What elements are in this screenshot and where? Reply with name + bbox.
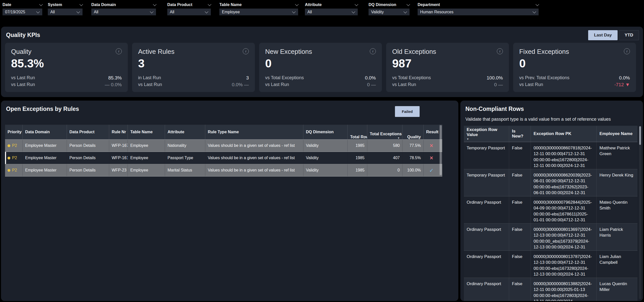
filter-data-domain: Data DomainAll — [91, 2, 156, 15]
info-icon[interactable]: i — [624, 48, 630, 54]
column-header-employee-name[interactable]: Employee Name — [597, 126, 637, 142]
column-header-data-domain[interactable]: Data Domain — [23, 125, 67, 139]
column-header-total-rows[interactable]: Total Rows — [348, 125, 367, 139]
chevron-down-icon[interactable] — [295, 3, 299, 6]
rules-table-row[interactable]: P2Employee MasterPerson DetailsWFP-161Em… — [5, 152, 442, 164]
filter-data-domain-dropdown[interactable]: All — [91, 9, 156, 15]
filter-attribute-dropdown[interactable]: All — [305, 9, 358, 15]
kpi-metric-label: vs Last Run — [392, 81, 416, 88]
filter-data-product-label: Data Product — [167, 3, 192, 7]
toggle-ytd[interactable]: YTD — [619, 30, 639, 40]
kpi-card-metrics: in Last Run3vs Last Run0.0% — — [138, 74, 249, 88]
total-exceptions-cell: 0 — [367, 164, 403, 176]
chevron-down-icon[interactable] — [39, 3, 43, 6]
kpi-metric-label: vs Last Run — [11, 81, 35, 88]
kpi-metric-row: vs Last Run0 — — [265, 81, 376, 88]
non-compliant-table-scrollbar[interactable] — [639, 126, 641, 299]
scrollbar-thumb[interactable] — [440, 125, 442, 175]
filter-data-domain-value: All — [94, 10, 98, 14]
column-header-label: Is New? — [512, 129, 528, 139]
failed-filter-button[interactable]: Failed — [395, 106, 420, 117]
kpi-metric-value: 0 — — [494, 81, 503, 88]
kpi-card-fixed-exceptions: Fixed Exceptionsi0vs Prev. Total Excepti… — [513, 43, 636, 92]
kpi-metric-row: vs Total Exceptions0.0% — [265, 74, 376, 81]
exception-row-value-cell: Ordinary Passport — [464, 224, 509, 250]
chevron-down-icon[interactable] — [208, 3, 211, 6]
filter-data-domain-header: Data Domain — [91, 2, 156, 7]
rules-table: PriorityData DomainData ProductRule NrTa… — [5, 125, 442, 177]
chevron-down-icon — [76, 10, 80, 13]
info-icon[interactable]: i — [116, 48, 122, 54]
kpi-metric-label: in Last Run — [138, 74, 161, 81]
chevron-down-icon[interactable] — [536, 3, 539, 6]
cell: Employee Master — [23, 152, 67, 164]
filter-system-value: All — [50, 10, 55, 14]
chevron-down-icon[interactable] — [355, 3, 358, 6]
column-header-exception-row-value[interactable]: Exception Row Value▼ — [464, 126, 509, 142]
cell: Values should be in a given set of value… — [205, 140, 303, 152]
is-new-cell: False — [509, 278, 531, 301]
quality-kpis-panel: Quality KPIs Last DayYTD Qualityi85.3%vs… — [1, 27, 643, 97]
kpi-card-new-exceptions: New Exceptionsi0vs Total Exceptions0.0%v… — [259, 43, 382, 92]
cell: WFP-167 — [109, 140, 128, 152]
kpi-metric-label: vs Total Exceptions — [265, 74, 304, 81]
column-header-quality[interactable]: Quality — [403, 125, 424, 139]
filter-department-dropdown[interactable]: Human Resources — [418, 9, 539, 15]
info-icon[interactable]: i — [243, 48, 249, 54]
column-header-attribute[interactable]: Attribute — [165, 125, 205, 139]
chevron-down-icon — [150, 10, 153, 13]
non-compliant-table-row[interactable]: Temporary PassportFalse00000|30000008620… — [464, 169, 637, 196]
non-compliant-table-row[interactable]: Ordinary PassportFalse00000|300000080137… — [464, 251, 637, 278]
rules-table-scrollbar[interactable] — [439, 125, 442, 176]
quality-cell: 78.5% — [403, 152, 424, 164]
kpi-metric-row: vs Last Run— 0.0% — [11, 81, 122, 88]
filter-data-product-dropdown[interactable]: All — [167, 9, 211, 15]
info-icon[interactable]: i — [497, 48, 503, 54]
kpi-metric-value: 0.0% — [619, 74, 630, 81]
chevron-down-icon[interactable] — [407, 3, 410, 6]
column-header-priority[interactable]: Priority — [5, 125, 23, 139]
column-header-data-product[interactable]: Data Product — [67, 125, 109, 139]
cell: Employee Master — [23, 164, 67, 176]
non-compliant-table-header: Exception Row Value▼Is New?Exception Row… — [464, 126, 637, 142]
kpi-card-title: Quality — [11, 48, 31, 56]
kpi-card-title: Fixed Exceptions — [519, 48, 569, 56]
result-cell: ✓ — [424, 164, 439, 176]
employee-name-cell: Liam Patrick Harris — [597, 224, 637, 250]
kpi-metric-label: vs Total Exceptions — [392, 74, 431, 81]
filter-system-dropdown[interactable]: All — [48, 9, 83, 15]
kpi-card-old-exceptions: Old Exceptionsi987vs Total Exceptions100… — [386, 43, 509, 92]
column-header-rule-type-name[interactable]: Rule Type Name — [205, 125, 303, 139]
toggle-last-day[interactable]: Last Day — [588, 30, 618, 40]
non-compliant-table-row[interactable]: Temporary PassportFalse00000|30000008607… — [464, 142, 637, 169]
column-header-dq-dimension[interactable]: DQ Dimension — [303, 125, 348, 139]
column-header-table-name[interactable]: Table Name — [128, 125, 165, 139]
filter-data-product: Data ProductAll — [167, 2, 211, 15]
chevron-down-icon[interactable] — [79, 3, 83, 6]
rules-table-row[interactable]: P2Employee MasterPerson DetailsWFP-167Em… — [5, 140, 442, 152]
filter-table-name-dropdown[interactable]: Employee — [219, 9, 298, 15]
non-compliant-table-row[interactable]: Ordinary PassportFalse00000|300000080138… — [464, 278, 637, 301]
rules-table-row[interactable]: P2Employee MasterPerson DetailsWFP-23Emp… — [5, 164, 442, 177]
column-header-rule-nr[interactable]: Rule Nr — [109, 125, 128, 139]
cell: Employee Master — [23, 140, 67, 152]
chevron-down-icon — [533, 10, 536, 13]
filter-dq-dimension-dropdown[interactable]: Validity — [369, 9, 410, 15]
column-header-is-new[interactable]: Is New? — [509, 126, 531, 142]
column-header-result[interactable]: Result — [424, 125, 439, 139]
column-header-label: Total Rows — [350, 135, 365, 139]
scrollbar-thumb[interactable] — [639, 126, 641, 145]
chevron-down-icon[interactable] — [153, 3, 156, 6]
non-compliant-table-row[interactable]: Ordinary PassportFalse00000|300000080136… — [464, 224, 637, 251]
info-icon[interactable]: i — [370, 48, 376, 54]
chevron-down-icon — [205, 10, 208, 13]
exception-row-value-cell: Ordinary Passport — [464, 196, 509, 223]
non-compliant-rows-subtitle: Validate that passport type is a valid v… — [465, 117, 611, 122]
non-compliant-table-row[interactable]: Ordinary PassportFalse00000|300000079628… — [464, 196, 637, 224]
filter-date-dropdown[interactable]: 07/19/2025 — [3, 9, 42, 15]
kpi-card-value: 3 — [138, 57, 249, 70]
column-header-exception-row-pk[interactable]: Exception Row PK — [531, 126, 597, 142]
exception-row-value-cell: Ordinary Passport — [464, 251, 509, 278]
column-header-total-exceptions[interactable]: Total Exceptions▼ — [367, 125, 403, 139]
priority-cell: P2 — [5, 152, 23, 164]
